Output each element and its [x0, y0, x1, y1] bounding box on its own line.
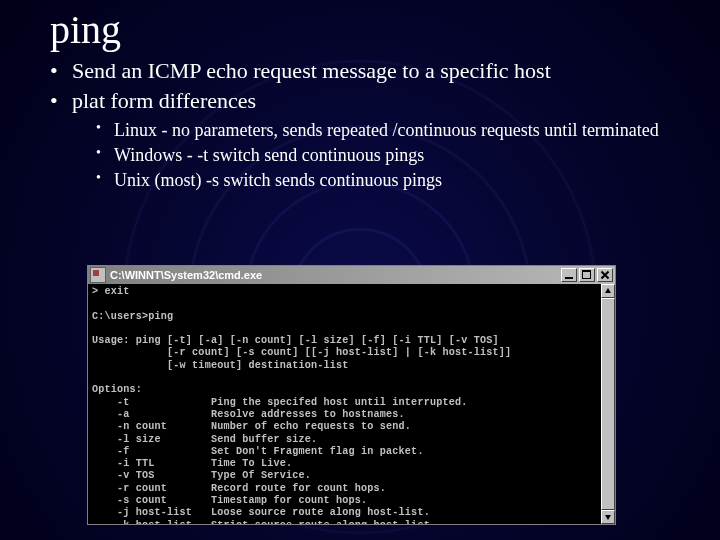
window-titlebar: C:\WINNT\System32\cmd.exe — [88, 266, 615, 284]
terminal-output: > exit C:\users>ping Usage: ping [-t] [-… — [92, 286, 597, 524]
window-title: C:\WINNT\System32\cmd.exe — [110, 269, 561, 281]
terminal-area[interactable]: > exit C:\users>ping Usage: ping [-t] [-… — [88, 284, 601, 524]
sub-bullet-item: Linux - no parameters, sends repeated /c… — [94, 119, 696, 142]
sub-bullet-item: Unix (most) -s switch sends continuous p… — [94, 169, 696, 192]
close-button[interactable] — [597, 268, 613, 282]
sub-bullet-list: Linux - no parameters, sends repeated /c… — [94, 119, 696, 192]
system-menu-icon[interactable] — [90, 267, 106, 283]
minimize-button[interactable] — [561, 268, 577, 282]
window-buttons — [561, 268, 613, 282]
scrollbar-vertical[interactable] — [601, 284, 615, 524]
sub-bullet-item: Windows - -t switch send continuous ping… — [94, 144, 696, 167]
slide-title: ping — [50, 6, 696, 53]
maximize-button[interactable] — [579, 268, 595, 282]
scroll-up-button[interactable] — [601, 284, 615, 298]
slide: ping Send an ICMP echo request message t… — [0, 0, 720, 540]
scroll-thumb[interactable] — [601, 298, 615, 510]
scroll-down-button[interactable] — [601, 510, 615, 524]
bullet-text: plat form differences — [72, 88, 256, 113]
bullet-item: plat form differences Linux - no paramet… — [50, 87, 696, 192]
bullet-list: Send an ICMP echo request message to a s… — [50, 57, 696, 192]
bullet-item: Send an ICMP echo request message to a s… — [50, 57, 696, 85]
command-window: C:\WINNT\System32\cmd.exe > exit C:\user… — [87, 265, 616, 525]
